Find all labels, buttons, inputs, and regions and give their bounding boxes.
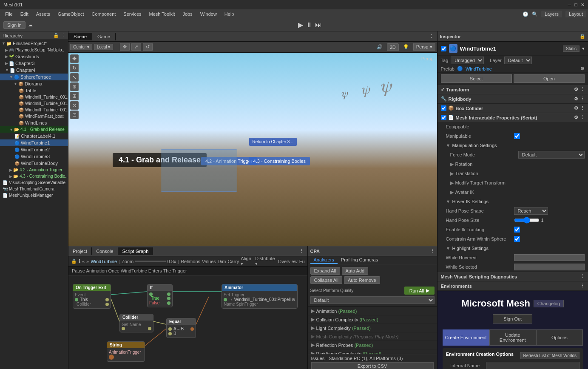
collider-header[interactable]: 📦 Box Collider ⚙ ⋮ (437, 104, 588, 113)
tree-item-windturbine1[interactable]: 🔵 WindTurbine1 (0, 139, 68, 146)
scene-scale-icon[interactable]: ⤡ (70, 73, 79, 82)
transform-header[interactable]: ⤢ Transform ⚙ ⋮ (437, 85, 588, 94)
tree-item-grasslands[interactable]: ▶ 🌱 Grasslands (0, 53, 68, 60)
center-dropdown[interactable]: Center ▾ (70, 44, 92, 50)
script-enabled-toggle[interactable] (441, 115, 446, 120)
nav-fwd-icon[interactable]: » (86, 259, 89, 264)
tree-item-windfarm[interactable]: 📦 WindFarmFast_boat (0, 113, 68, 119)
scene-tool1[interactable]: ✥ (120, 43, 130, 51)
diagnostics-header[interactable]: Mesh Visual Scripting Diagnostics ⋮ (437, 272, 588, 281)
tree-item-unique[interactable]: 📄 MeshUniqueldManager (0, 192, 68, 199)
dim-btn[interactable]: Dim (218, 259, 226, 264)
tree-item-grab[interactable]: ▼ 📂 4.1 - Grab and Release (0, 126, 68, 133)
node-animator[interactable]: Animator Set Trigger → Windmill_Turbine_… (222, 284, 298, 309)
history-icon[interactable]: 🕐 (523, 11, 528, 17)
info-icon[interactable]: ℹ (79, 258, 80, 264)
environments-header[interactable]: Environments ⋮ (437, 281, 588, 290)
nav-back-icon[interactable]: « (82, 259, 85, 264)
tree-item-windmill1[interactable]: 📦 Windmill_Turbine_001.. (0, 94, 68, 100)
transform-menu-icon[interactable]: ⋮ (580, 87, 585, 92)
cpa-item-collision[interactable]: ▶ Collision Complexity (Passed) (308, 315, 437, 324)
menu-mesh-toolkit[interactable]: Mesh Toolkit (146, 11, 179, 17)
menu-component[interactable]: Component (88, 11, 119, 17)
tree-item-thumbnail[interactable]: 📷 MeshThumbnailCamera (0, 186, 68, 192)
script-canvas[interactable]: On Trigger Exit Event This Collider (68, 275, 307, 369)
static-dropdown[interactable]: ▾ (582, 46, 585, 51)
cpa-item-mesh[interactable]: ▶ Mesh Complexity (Requires Play Mode) (308, 332, 437, 341)
values-btn[interactable]: Values (202, 259, 216, 264)
hierarchy-menu-icon[interactable]: ⋮ (61, 33, 65, 38)
enable-ik-toggle[interactable] (514, 227, 520, 233)
cpa-menu-icon[interactable]: ⋮ (430, 248, 435, 254)
quality-select[interactable]: Default (310, 296, 435, 304)
layout-label[interactable]: Layout (565, 11, 586, 17)
menu-gameobject[interactable]: GameObject (54, 11, 88, 17)
tab-game[interactable]: Game (92, 33, 116, 40)
node-collider-getname[interactable]: Collider Get Name (119, 314, 153, 332)
lock-icon[interactable]: 🔒 (71, 258, 77, 264)
script-menu-icon[interactable]: ⋮ (580, 115, 585, 120)
run-all-button[interactable]: Run All ▶ (404, 287, 435, 295)
object-name[interactable]: WindTurbine1 (460, 45, 560, 52)
menu-edit[interactable]: Edit (17, 11, 32, 17)
force-mode-select[interactable]: Default (518, 151, 585, 159)
rigidbody-settings-icon[interactable]: ⚙ (574, 96, 578, 102)
tab-update-env[interactable]: Update Environment (489, 329, 536, 346)
scene-tool5-icon[interactable]: ⊞ (70, 92, 79, 100)
hierarchy-lock-icon[interactable]: 🔒 (53, 33, 59, 38)
tree-item-playmodesetup[interactable]: ▶ 🎮 PlaymodeSetup [NoUplo.. (0, 47, 68, 53)
tab-console[interactable]: Console (92, 247, 118, 255)
cpa-item-reflection[interactable]: ▶ Reflection Probes (Passed) (308, 341, 437, 349)
sign-in-button[interactable]: Sign in (3, 21, 26, 29)
prefab-settings-icon[interactable]: ⚙ (580, 66, 585, 71)
tab-profiling[interactable]: Profiling Cameras (338, 256, 381, 264)
hover-ik-header[interactable]: ▼ Hover IK Settings (437, 197, 588, 206)
wind-turbine-breadcrumb[interactable]: WindTurbine (91, 259, 117, 264)
expand-all-button[interactable]: Expand All (310, 267, 340, 275)
script-panel-menu[interactable]: ⋮ (296, 247, 307, 255)
audio-btn[interactable]: 🔊 (374, 43, 385, 51)
close-btn[interactable]: ✕ (581, 2, 585, 8)
tree-item-chapter-label[interactable]: 📝 ChapterLabel4.1 (0, 133, 68, 139)
collider-menu-icon[interactable]: ⋮ (580, 105, 585, 111)
tree-item-table[interactable]: 📦 Table (0, 87, 68, 94)
scene-tool6-icon[interactable]: ⊙ (70, 101, 79, 110)
tab-create-env[interactable]: Create Environment (443, 329, 489, 346)
static-button[interactable]: Static (563, 45, 579, 52)
scene-tool4-icon[interactable]: ⊕ (70, 82, 79, 91)
hand-pose-shape-select[interactable]: Reach (514, 207, 548, 215)
node-on-trigger-exit[interactable]: On Trigger Exit Event This Collider (73, 284, 111, 309)
tree-item-windturbine2[interactable]: 🔵 WindTurbine2 (0, 146, 68, 153)
tab-options[interactable]: Options (536, 329, 583, 346)
tree-item-windturbinebody[interactable]: 📦 WindTurbineBody (0, 160, 68, 167)
hovered-color-swatch[interactable] (514, 254, 585, 261)
rigidbody-menu-icon[interactable]: ⋮ (580, 96, 585, 102)
tab-scene[interactable]: Scene (68, 33, 92, 40)
env-menu-icon[interactable]: ⋮ (580, 283, 585, 289)
tree-item-chapter4[interactable]: ▼ 📄 Chapter4 (0, 67, 68, 74)
carry-btn[interactable]: Carry (227, 259, 239, 264)
cpa-item-light[interactable]: ▶ Light Complexity (Passed) (308, 324, 437, 332)
view-2d-btn[interactable]: 2D (387, 43, 399, 51)
overview-btn[interactable]: Overview (278, 259, 298, 264)
internal-name-input[interactable] (486, 362, 579, 369)
open-button[interactable]: Open (514, 74, 585, 83)
cpa-item-animation[interactable]: ▶ Animation (Passed) (308, 307, 437, 315)
tree-item-visualscripting[interactable]: 📄 VisualScripting SceneVariable (0, 179, 68, 186)
align-btn[interactable]: Align ▾ (241, 256, 253, 267)
refresh-mesh-worlds-button[interactable]: Refresh List of Mesh Worlds (520, 352, 579, 359)
script-header[interactable]: 📄 Mesh Interactable Properties (Script) … (437, 113, 588, 122)
tree-item-windturbine3[interactable]: 🔵 WindTurbine3 (0, 153, 68, 160)
node-string[interactable]: String AnimationTrigger (107, 341, 145, 362)
distribute-btn[interactable]: Distribute ▾ (255, 256, 276, 267)
tree-item-finishedproject[interactable]: ▼ 📁 FinishedProject* (0, 40, 68, 47)
zoom-slider[interactable] (135, 261, 165, 262)
node-equal[interactable]: Equal A = B B (166, 318, 196, 338)
manipulable-toggle[interactable] (514, 133, 520, 139)
collider-enabled-toggle[interactable] (441, 105, 446, 111)
manip-settings-header[interactable]: ▼ Manipulation Settings (437, 141, 588, 150)
maximize-btn[interactable]: □ (574, 2, 577, 8)
highlight-settings-header[interactable]: ▼ Highlight Settings (437, 244, 588, 253)
scene-tool7-icon[interactable]: ⊡ (70, 111, 79, 119)
collapse-all-button[interactable]: Collapse All (310, 276, 342, 284)
